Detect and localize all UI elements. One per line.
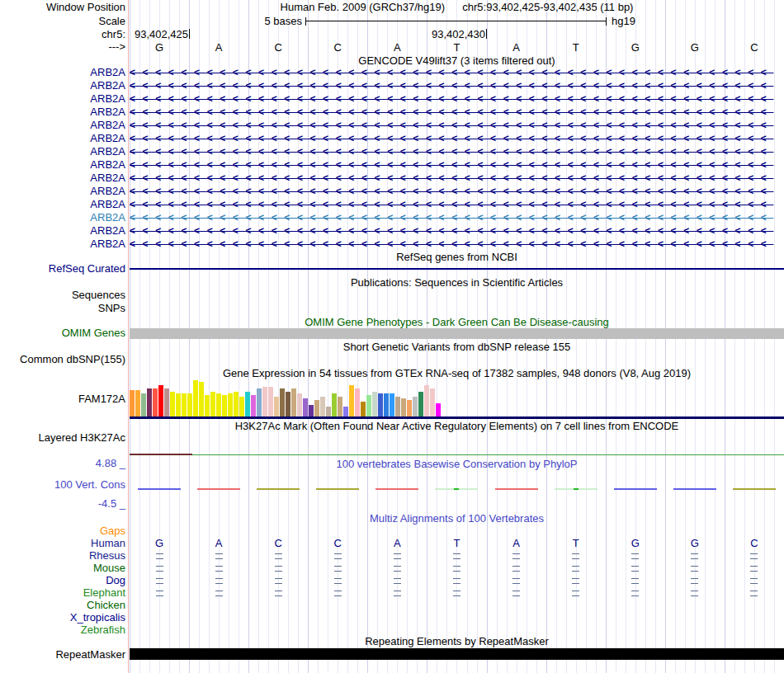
repeatmasker-label[interactable]: RepeatMasker [0, 648, 125, 661]
gtex-tissue-bar[interactable] [361, 402, 366, 417]
gencode-gene-label[interactable]: ARB2A [0, 145, 125, 158]
gtex-tissue-bar[interactable] [436, 403, 441, 417]
omim-genes-label[interactable]: OMIM Genes [0, 327, 125, 340]
gencode-transcript-arrows[interactable]: <<<<<<<<<<<<<<<<<<<<<<<<<<<<<<<<<<<<<<<<… [130, 79, 784, 92]
gencode-gene-label[interactable]: ARB2A [0, 238, 125, 251]
h3k27ac-signal-line[interactable] [130, 454, 784, 455]
gtex-tissue-bar[interactable] [228, 393, 233, 417]
gtex-tissue-bar[interactable] [158, 385, 163, 417]
phylop-dash[interactable] [375, 488, 418, 490]
gencode-transcript-arrows[interactable]: <<<<<<<<<<<<<<<<<<<<<<<<<<<<<<<<<<<<<<<<… [130, 172, 784, 185]
sequences-label[interactable]: Sequences [0, 289, 125, 302]
gtex-tissue-bar[interactable] [338, 397, 342, 417]
refseq-curated-label[interactable]: RefSeq Curated [0, 262, 125, 275]
gtex-tissue-bar[interactable] [384, 393, 389, 417]
gtex-tissue-bar[interactable] [251, 395, 256, 417]
phylop-dash[interactable] [555, 488, 597, 490]
gencode-gene-label[interactable]: ARB2A [0, 185, 125, 198]
gtex-tissue-bar[interactable] [268, 387, 273, 417]
gtex-tissue-bar[interactable] [170, 392, 175, 417]
refseq-gene-line[interactable] [130, 268, 784, 270]
gtex-tissue-bar[interactable] [245, 392, 250, 417]
gencode-transcript-arrows[interactable]: <<<<<<<<<<<<<<<<<<<<<<<<<<<<<<<<<<<<<<<<… [130, 92, 784, 106]
gtex-tissue-bar[interactable] [395, 397, 400, 417]
h3k27ac-label[interactable]: Layered H3K27Ac [0, 431, 125, 445]
gtex-tissue-bar[interactable] [199, 382, 204, 417]
phylop-dash[interactable] [197, 488, 240, 490]
gencode-transcript-arrows[interactable]: <<<<<<<<<<<<<<<<<<<<<<<<<<<<<<<<<<<<<<<<… [130, 224, 784, 238]
gtex-tissue-bar[interactable] [135, 390, 140, 417]
gtex-tissue-bar[interactable] [153, 388, 158, 417]
gencode-gene-label[interactable]: ARB2A [0, 92, 125, 106]
gtex-tissue-bar[interactable] [366, 395, 371, 417]
gtex-tissue-bar[interactable] [280, 388, 285, 417]
gtex-tissue-bar[interactable] [262, 387, 267, 417]
gencode-transcript-arrows[interactable]: <<<<<<<<<<<<<<<<<<<<<<<<<<<<<<<<<<<<<<<<… [130, 238, 784, 251]
multiz-species-label[interactable]: Gaps [0, 525, 125, 538]
gtex-tissue-bar[interactable] [216, 393, 221, 417]
gtex-tissue-bar[interactable] [193, 380, 198, 417]
gencode-gene-label[interactable]: ARB2A [0, 198, 125, 211]
gencode-gene-label[interactable]: ARB2A [0, 119, 125, 132]
gencode-gene-label[interactable]: ARB2A [0, 79, 125, 92]
omim-gene-bar[interactable] [130, 328, 784, 339]
h3k27ac-signal-segment[interactable] [130, 454, 192, 455]
gtex-bar-chart[interactable] [130, 380, 442, 417]
gencode-gene-label[interactable]: ARB2A [0, 211, 125, 224]
multiz-species-label[interactable]: Mouse [0, 562, 125, 575]
multiz-species-label[interactable]: Human [0, 537, 125, 550]
gtex-tissue-bar[interactable] [164, 388, 169, 417]
gtex-tissue-bar[interactable] [314, 400, 319, 417]
dbsnp-label[interactable]: Common dbSNP(155) [0, 353, 125, 366]
gencode-transcript-arrows[interactable]: <<<<<<<<<<<<<<<<<<<<<<<<<<<<<<<<<<<<<<<<… [130, 158, 784, 172]
multiz-species-label[interactable]: Elephant [0, 586, 125, 600]
gtex-tissue-bar[interactable] [401, 398, 406, 417]
repeatmasker-bar[interactable] [130, 648, 784, 660]
gtex-tissue-bar[interactable] [413, 397, 418, 417]
gencode-transcript-arrows[interactable]: <<<<<<<<<<<<<<<<<<<<<<<<<<<<<<<<<<<<<<<<… [130, 211, 784, 224]
gencode-transcript-arrows[interactable]: <<<<<<<<<<<<<<<<<<<<<<<<<<<<<<<<<<<<<<<<… [130, 198, 784, 211]
gtex-gene-label[interactable]: FAM172A [0, 393, 125, 406]
gtex-tissue-bar[interactable] [332, 393, 337, 417]
gtex-tissue-bar[interactable] [286, 392, 290, 417]
gtex-tissue-bar[interactable] [205, 395, 210, 417]
gtex-tissue-bar[interactable] [407, 400, 412, 417]
gtex-tissue-bar[interactable] [291, 388, 296, 417]
gtex-tissue-bar[interactable] [418, 392, 423, 417]
gtex-tissue-bar[interactable] [210, 392, 215, 417]
gtex-tissue-bar[interactable] [176, 393, 181, 417]
gtex-tissue-bar[interactable] [390, 393, 394, 417]
gtex-tissue-bar[interactable] [309, 405, 314, 417]
multiz-species-label[interactable]: Zebrafish [0, 624, 125, 637]
gencode-transcript-arrows[interactable]: <<<<<<<<<<<<<<<<<<<<<<<<<<<<<<<<<<<<<<<<… [130, 66, 784, 79]
gtex-tissue-bar[interactable] [320, 397, 325, 417]
gtex-tissue-bar[interactable] [355, 388, 360, 417]
gtex-tissue-bar[interactable] [187, 393, 192, 417]
snps-label[interactable]: SNPs [0, 302, 125, 315]
phylop-dash[interactable] [435, 488, 478, 490]
gtex-tissue-bar[interactable] [147, 388, 152, 417]
gtex-tissue-bar[interactable] [222, 395, 227, 417]
gtex-tissue-bar[interactable] [343, 407, 348, 417]
gtex-tissue-bar[interactable] [424, 385, 429, 417]
gtex-tissue-bar[interactable] [234, 392, 239, 417]
phylop-dash[interactable] [316, 488, 359, 490]
gtex-tissue-bar[interactable] [274, 397, 279, 417]
gtex-tissue-bar[interactable] [349, 385, 354, 417]
gencode-transcript-arrows[interactable]: <<<<<<<<<<<<<<<<<<<<<<<<<<<<<<<<<<<<<<<<… [130, 185, 784, 198]
gencode-transcript-arrows[interactable]: <<<<<<<<<<<<<<<<<<<<<<<<<<<<<<<<<<<<<<<<… [130, 119, 784, 132]
phylop-dash[interactable] [673, 488, 716, 490]
gtex-tissue-bar[interactable] [372, 392, 377, 417]
gtex-tissue-bar[interactable] [130, 390, 135, 417]
gtex-tissue-bar[interactable] [297, 393, 302, 417]
gtex-tissue-bar[interactable] [303, 398, 308, 417]
gencode-gene-label[interactable]: ARB2A [0, 172, 125, 185]
phylop-dash[interactable] [257, 488, 300, 490]
gtex-tissue-bar[interactable] [141, 393, 146, 417]
gencode-gene-label[interactable]: ARB2A [0, 224, 125, 238]
gencode-gene-label[interactable]: ARB2A [0, 66, 125, 79]
multiz-species-label[interactable]: Dog [0, 574, 125, 587]
multiz-species-label[interactable]: Rhesus [0, 549, 125, 562]
gencode-transcript-arrows[interactable]: <<<<<<<<<<<<<<<<<<<<<<<<<<<<<<<<<<<<<<<<… [130, 106, 784, 119]
gtex-tissue-bar[interactable] [326, 407, 331, 417]
